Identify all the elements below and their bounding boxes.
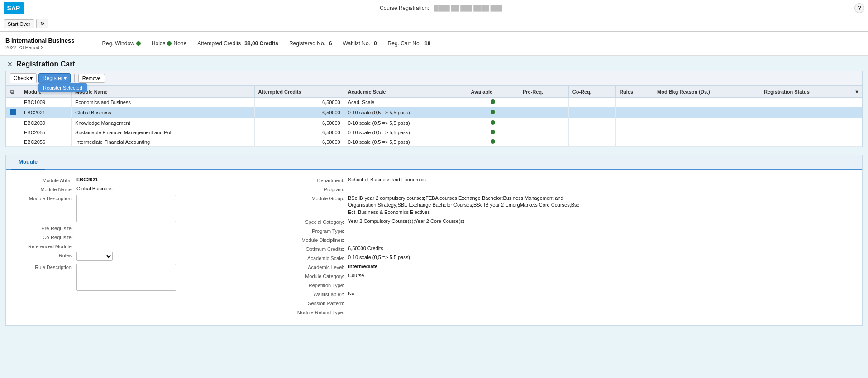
page-header-title: Course Registration: ████ ██ ███ ████ ██… [27,5,854,11]
row-module: EBC2056 [20,137,72,147]
rule-desc-textarea[interactable] [76,264,176,291]
top-bar: SAP Course Registration: ████ ██ ███ ███… [0,0,868,16]
table-row[interactable]: EBC1009Economics and Business6,50000Acad… [6,98,862,107]
row-scroll-col [854,128,862,137]
ref-module-label: Referenced Module: [13,243,76,249]
page-title: Registration Cart [16,60,75,68]
special-category-value: Year 2 Compulsory Course(s);Year 2 Core … [348,218,855,224]
row-reg-status [760,98,854,107]
row-scroll-col [854,137,862,147]
row-reg-status [760,128,854,137]
registered-no-label: Registered No. [289,40,325,47]
academic-level-row: Academic Level: Intermediate [267,264,855,270]
toolbar-separator [74,74,75,82]
rule-desc-label: Rule Description: [13,264,76,270]
help-button[interactable]: ? [854,3,864,13]
reg-cart-no-item: Reg. Cart No. 18 [388,40,431,47]
module-desc-row: Module Description: [13,195,248,222]
row-co-req [568,118,615,128]
row-module: EBC2055 [20,128,72,137]
row-pre-req [519,107,568,118]
session-pattern-row: Session Pattern: [267,300,855,306]
row-mod-bkg-reason [653,128,760,137]
module-tab[interactable]: Module [11,155,45,170]
row-rules [616,107,653,118]
holds-value: None [173,40,186,47]
module-name-row: Module Name: Global Business [13,186,248,192]
row-attempted-credits: 6,50000 [254,107,344,118]
table-header-row: ⧉ Module Module Name Attempted Credits A… [6,86,862,98]
row-module-name: Knowledge Management [72,118,254,128]
check-dropdown-icon: ▾ [30,75,33,81]
row-available [467,128,519,137]
table-row[interactable]: EBC2056Intermediate Financial Accounting… [6,137,862,147]
pre-req-label: Pre-Requisite: [13,225,76,231]
table-row[interactable]: EBC2021Global Business6,500000-10 scale … [6,107,862,118]
rule-desc-row: Rule Description: [13,264,248,291]
row-module: EBC2021 [20,107,72,118]
row-checkbox-cell[interactable] [6,107,20,118]
module-abbr-row: Module Abbr.: EBC2021 [13,177,248,183]
check-button[interactable]: Check ▾ [10,73,37,83]
row-scroll-col [854,107,862,118]
waitlist-no-item: Waitlist No. 0 [343,40,377,47]
detail-tabs: Module [6,155,862,170]
row-pre-req [519,118,568,128]
holds-label: Holds [152,40,166,47]
academic-scale-row: Academic Scale: 0-10 scale (0,5 => 5,5 p… [267,255,855,261]
module-abbr-value: EBC2021 [76,177,248,182]
col-scroll: ▼ [854,86,862,98]
optimum-credits-row: Optimum Credits: 6,50000 Credits [267,246,855,252]
module-disciplines-row: Module Disciplines: [267,236,855,243]
reg-window-item: Reg. Window [102,40,140,47]
repetition-type-row: Repetition Type: [267,282,855,288]
program-row: Program: [267,186,855,192]
module-desc-label: Module Description: [13,195,76,201]
col-pre-req: Pre-Req. [519,86,568,98]
start-over-button[interactable]: Start Over [4,19,34,28]
attempted-credits-label: Attempted Credits [197,40,241,47]
row-reg-status [760,107,854,118]
row-module-name: Economics and Business [72,98,254,107]
table-row[interactable]: EBC2055Sustainable Financial Management … [6,128,862,137]
rules-row: Rules: [13,252,248,261]
row-mod-bkg-reason [653,107,760,118]
remove-button[interactable]: Remove [78,74,105,83]
back-arrow-icon[interactable]: ✕ [7,61,13,68]
row-rules [616,137,653,147]
attempted-credits-item: Attempted Credits 38,00 Credits [197,40,278,47]
module-category-row: Module Category: Course [267,273,855,279]
row-module-name: Sustainable Financial Management and Pol [72,128,254,137]
waitlist-no-label: Waitlist No. [343,40,370,47]
row-reg-status [760,118,854,128]
row-attempted-credits: 6,50000 [254,98,344,107]
row-module: EBC1009 [20,98,72,107]
reg-window-label: Reg. Window [102,40,134,47]
row-checkbox-cell[interactable] [6,98,20,107]
department-value: School of Business and Economics [348,177,855,182]
register-button[interactable]: Register ▾ [38,73,71,83]
program-type-label: Program Type: [267,227,348,234]
reg-cart-no-label: Reg. Cart No. [388,40,421,47]
available-indicator [491,110,495,114]
module-category-label: Module Category: [267,273,348,279]
student-info: B International Business 2022-23 Period … [5,37,74,50]
table-row[interactable]: EBC2039Knowledge Management6,500000-10 s… [6,118,862,128]
row-checkbox-cell[interactable] [6,137,20,147]
register-selected-tooltip[interactable]: Register Selected [38,83,87,92]
row-checkbox-cell[interactable] [6,128,20,137]
row-attempted-credits: 6,50000 [254,128,344,137]
row-pre-req [519,98,568,107]
module-group-row: Module Group: BSc IB year 2 compulsory c… [267,195,855,216]
row-attempted-credits: 6,50000 [254,118,344,128]
holds-indicator [167,41,172,46]
module-desc-textarea[interactable] [76,195,176,222]
refresh-button[interactable]: ↻ [36,19,48,28]
rules-select[interactable] [76,252,113,261]
available-indicator [491,99,495,104]
row-checkbox-cell[interactable] [6,118,20,128]
registered-no-value: 6 [329,40,332,47]
row-available [467,137,519,147]
registration-cart-table: ⧉ Module Module Name Attempted Credits A… [5,85,863,147]
top-right-controls: ? [854,3,864,13]
